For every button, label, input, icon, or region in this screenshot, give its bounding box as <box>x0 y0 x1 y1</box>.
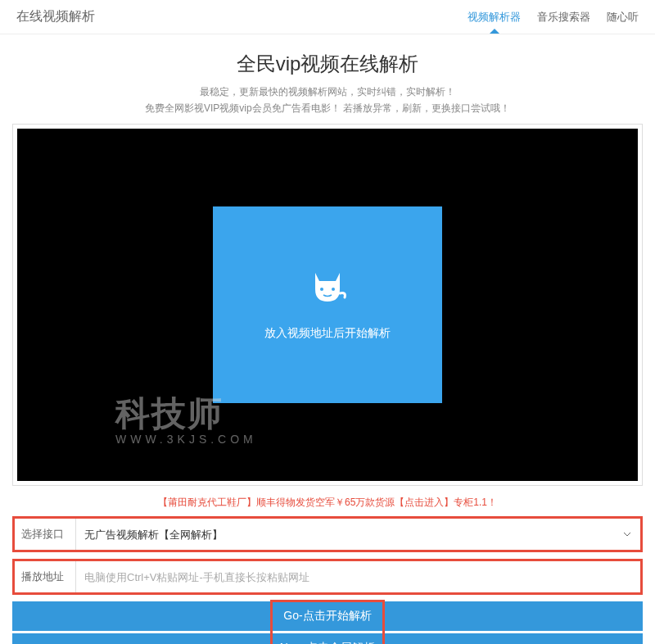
nav-music-search[interactable]: 音乐搜索器 <box>537 10 590 25</box>
url-row: 播放地址 <box>12 559 643 595</box>
nav-listen[interactable]: 随心听 <box>607 10 639 25</box>
player-prompt: 放入视频地址后开始解析 <box>264 326 391 341</box>
nav-video-parser[interactable]: 视频解析器 <box>468 10 521 25</box>
player-placeholder: 放入视频地址后开始解析 <box>213 206 442 403</box>
url-label: 播放地址 <box>15 561 76 592</box>
interface-label: 选择接口 <box>15 519 76 550</box>
subtitle-1: 最稳定，更新最快的视频解析网站，实时纠错，实时解析！ <box>0 85 655 99</box>
url-input[interactable] <box>76 561 640 592</box>
subtitle-2: 免费全网影视VIP视频vip会员免广告看电影！ 若播放异常，刷新，更换接口尝试哦… <box>0 102 655 116</box>
header: 在线视频解析 视频解析器 音乐搜索器 随心听 <box>0 0 655 34</box>
new-button[interactable]: New-点击全屏解析 <box>12 633 643 644</box>
svg-point-0 <box>320 288 323 291</box>
interface-row: 选择接口 无广告视频解析【全网解析】 <box>12 516 643 552</box>
watermark-sub: WWW.3KJS.COM <box>115 433 257 446</box>
video-container: 放入视频地址后开始解析 科技师 WWW.3KJS.COM <box>12 124 643 486</box>
promo-link[interactable]: 【莆田耐克代工鞋厂】顺丰得物发货空军￥65万款货源【点击进入】专柜1.1！ <box>0 496 655 510</box>
svg-point-1 <box>332 288 335 291</box>
interface-select[interactable]: 无广告视频解析【全网解析】 <box>76 519 640 550</box>
cat-icon <box>307 269 348 306</box>
go-button[interactable]: Go-点击开始解析 <box>12 601 643 631</box>
main-title: 全民vip视频在线解析 <box>0 51 655 77</box>
video-player[interactable]: 放入视频地址后开始解析 科技师 WWW.3KJS.COM <box>17 129 638 481</box>
header-title: 在线视频解析 <box>16 8 95 25</box>
button-container: Go-点击开始解析 New-点击全屏解析 <box>12 601 643 644</box>
nav: 视频解析器 音乐搜索器 随心听 <box>468 10 639 25</box>
